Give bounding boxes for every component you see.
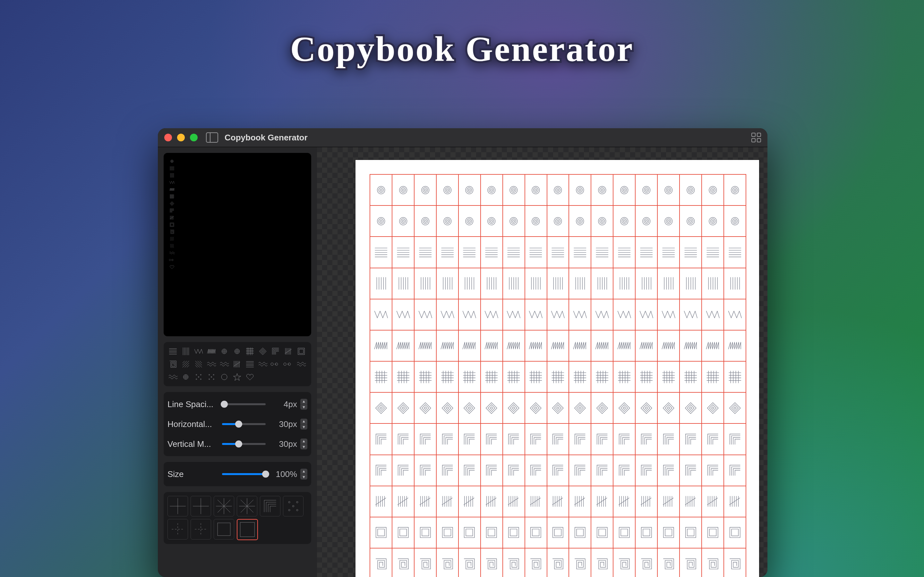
palette-stroke-crosshatch[interactable] <box>244 346 255 357</box>
worksheet-cell <box>701 175 724 205</box>
line-spacing-stepper[interactable]: ▲▼ <box>300 399 307 410</box>
palette-stroke-hatch-right[interactable] <box>193 359 204 370</box>
grid-style-dashed[interactable] <box>191 519 211 540</box>
zoom-window-button[interactable] <box>190 134 198 141</box>
worksheet-cell <box>414 300 436 330</box>
worksheet-cell <box>635 206 657 236</box>
worksheet-cell <box>414 548 436 577</box>
palette-stroke-waves[interactable] <box>296 359 307 370</box>
vertical-margin-stepper[interactable]: ▲▼ <box>300 438 307 450</box>
grid-view-icon[interactable] <box>751 133 761 142</box>
worksheet-cell <box>613 300 635 330</box>
worksheet-cell <box>436 548 458 577</box>
grid-style-solid[interactable] <box>237 519 258 540</box>
grid-style-corners[interactable] <box>260 496 280 516</box>
worksheet-cell <box>458 268 480 299</box>
minimize-window-button[interactable] <box>177 134 185 141</box>
worksheet-cell <box>414 330 436 361</box>
canvas-area[interactable] <box>317 147 767 577</box>
worksheet-cell <box>436 300 458 330</box>
worksheet-cell <box>724 548 746 577</box>
grid-style-blank[interactable] <box>214 519 234 540</box>
size-slider[interactable] <box>222 473 266 475</box>
worksheet-cell <box>657 393 679 423</box>
palette-stroke-zigzag[interactable] <box>193 346 204 357</box>
worksheet-cell <box>370 548 392 577</box>
size-stepper[interactable]: ▲▼ <box>300 469 307 480</box>
palette-stroke-waves[interactable] <box>206 359 217 370</box>
palette-stroke-spiral[interactable] <box>219 346 230 357</box>
palette-stroke-circle[interactable] <box>219 372 230 382</box>
worksheet-cell <box>436 175 458 205</box>
worksheet-row <box>370 175 746 205</box>
palette-stroke-diamond[interactable] <box>257 346 268 357</box>
worksheet-row <box>370 392 746 423</box>
worksheet-cell <box>569 517 591 548</box>
palette-stroke-corners[interactable] <box>270 346 281 357</box>
worksheet-cell <box>370 517 392 548</box>
worksheet-cell <box>480 300 502 330</box>
palette-stroke-spiral[interactable] <box>232 346 242 357</box>
palette-stroke-waves[interactable] <box>168 372 178 382</box>
worksheet-cell <box>569 268 591 299</box>
worksheet-cell <box>701 300 724 330</box>
worksheet-cell <box>525 393 547 423</box>
line-spacing-slider[interactable] <box>222 403 266 405</box>
worksheet-cell <box>392 393 414 423</box>
worksheet-cell <box>701 362 724 392</box>
palette-stroke-spiral-square[interactable] <box>168 359 178 370</box>
stroke-palette <box>164 342 311 386</box>
palette-stroke-star[interactable] <box>232 372 242 382</box>
palette-stroke-dots[interactable] <box>193 372 204 382</box>
preview-stroke-hlines <box>169 165 175 171</box>
worksheet-cell <box>436 455 458 486</box>
grid-style-spokes[interactable] <box>214 496 234 516</box>
worksheet-cell <box>458 393 480 423</box>
worksheet-cell <box>679 268 701 299</box>
palette-stroke-hatch-left[interactable] <box>180 359 191 370</box>
worksheet-cell <box>657 175 679 205</box>
worksheet-cell <box>458 362 480 392</box>
close-window-button[interactable] <box>164 134 172 141</box>
grid-style-spokes[interactable] <box>237 496 257 516</box>
palette-stroke-dots[interactable] <box>206 372 217 382</box>
palette-stroke-waves[interactable] <box>257 359 268 370</box>
vertical-margin-value: 30px <box>269 439 297 449</box>
horizontal-margin-slider[interactable] <box>222 423 266 425</box>
worksheet-cell <box>569 548 591 577</box>
preview-stroke-square <box>169 221 175 228</box>
palette-stroke-hlines[interactable] <box>168 346 178 357</box>
palette-stroke-link[interactable] <box>270 359 281 370</box>
palette-stroke-spiral[interactable] <box>180 372 191 382</box>
grid-style-cross[interactable] <box>191 496 211 516</box>
palette-stroke-tallies[interactable] <box>232 359 242 370</box>
grid-style-dots[interactable] <box>283 496 304 516</box>
worksheet-cell <box>724 330 746 361</box>
palette-stroke-vlines[interactable] <box>180 346 191 357</box>
grid-style-cross[interactable] <box>168 496 188 516</box>
palette-stroke-square[interactable] <box>296 346 307 357</box>
worksheet-cell <box>701 548 724 577</box>
palette-stroke-link[interactable] <box>283 359 294 370</box>
palette-stroke-heart[interactable] <box>244 372 255 382</box>
horizontal-margin-stepper[interactable]: ▲▼ <box>300 419 307 430</box>
worksheet-cell <box>436 268 458 299</box>
worksheet-cell <box>613 237 635 268</box>
worksheet-cell <box>679 393 701 423</box>
worksheet-row <box>370 517 746 548</box>
palette-stroke-tallies[interactable] <box>283 346 294 357</box>
sidebar-toggle-icon[interactable] <box>206 132 218 143</box>
grid-style-dashed[interactable] <box>168 519 188 540</box>
worksheet-cell <box>657 268 679 299</box>
worksheet-cell <box>679 362 701 392</box>
worksheet-cell <box>724 237 746 268</box>
palette-stroke-sawtooth[interactable] <box>206 346 217 357</box>
palette-stroke-hlines[interactable] <box>244 359 255 370</box>
palette-stroke-waves[interactable] <box>219 359 230 370</box>
worksheet-cell <box>525 300 547 330</box>
worksheet-cell <box>458 175 480 205</box>
worksheet-cell <box>547 455 569 486</box>
worksheet-cell <box>547 486 569 517</box>
vertical-margin-slider[interactable] <box>222 443 266 445</box>
worksheet-cell <box>392 548 414 577</box>
